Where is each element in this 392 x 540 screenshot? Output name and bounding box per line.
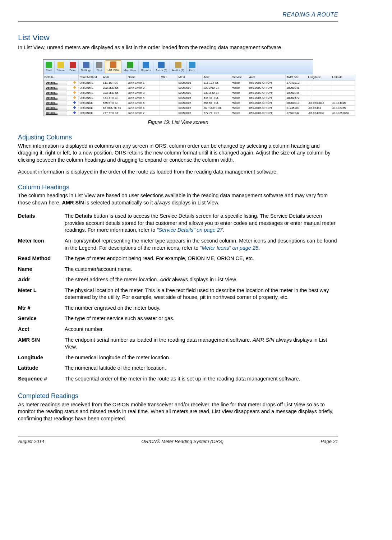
table-cell: 050-0001-ORION: [248, 80, 286, 85]
column-header[interactable]: Addr: [102, 74, 127, 80]
column-header[interactable]: Mtr #: [177, 74, 203, 80]
column-header[interactable]: Read Method: [79, 74, 102, 80]
divider: [18, 21, 338, 22]
term-name: Name: [18, 264, 65, 275]
help-button[interactable]: Help: [187, 61, 198, 73]
desc-details: The Details button is used to access the…: [65, 211, 338, 236]
term-addr: Addr: [18, 275, 65, 286]
details-button[interactable]: Details...: [45, 111, 67, 115]
map-view-button[interactable]: Map View: [121, 61, 139, 73]
meter-icons-link[interactable]: "Meter Icons" on page 25: [200, 245, 258, 251]
find-button-label: Find: [96, 69, 102, 73]
table-cell: 444 4TH St.: [203, 96, 231, 100]
table-cell: John Smith 1: [127, 80, 160, 85]
table-cell: [331, 91, 355, 95]
table-cell: [160, 96, 177, 100]
table-cell: 87667842: [286, 111, 307, 115]
table-cell: John Smith 5: [127, 101, 160, 105]
table-cell: [307, 91, 331, 95]
alerts-button[interactable]: Alerts (3): [153, 61, 170, 73]
column-header[interactable]: Service: [231, 74, 248, 80]
table-cell: [160, 111, 177, 115]
heading-list-view: List View: [18, 32, 338, 43]
table-cell: ORIONCE: [79, 101, 102, 105]
reports-button-icon: [143, 62, 149, 68]
column-header[interactable]: Acct: [248, 74, 286, 80]
table-cell: Water: [231, 101, 248, 105]
details-button[interactable]: Details...: [45, 101, 67, 105]
desc-longitude: The numerical longitude of the meter loc…: [65, 353, 338, 364]
table-cell: [71, 86, 79, 90]
term-sequence: Sequence #: [18, 374, 65, 385]
table-cell: [160, 101, 177, 105]
term-service: Service: [18, 314, 65, 324]
table-cell: 00050002: [177, 86, 203, 90]
details-button[interactable]: Details...: [45, 81, 67, 85]
meter-type-icon: [73, 86, 76, 89]
service-details-link[interactable]: "Service Details" on page 27: [157, 227, 223, 233]
table-cell: 30000472: [286, 96, 307, 100]
term-read-method: Read Method: [18, 254, 65, 264]
table-row: Details...ORIONCE555 5TH St.John Smith 5…: [43, 101, 355, 106]
table-cell: 00050006: [177, 106, 203, 110]
table-row: Details...ORIONME333 3RD St.John Smith 3…: [43, 91, 355, 96]
details-button[interactable]: Details...: [45, 106, 67, 110]
table-cell: [160, 91, 177, 95]
heading-completed-readings: Completed Readings: [18, 392, 338, 400]
column-header[interactable]: Mtr L: [160, 74, 177, 80]
start-button-icon: [46, 62, 52, 68]
section-header: READING A ROUTE: [18, 11, 338, 19]
table-row: Details...ORIONME444 4TH St.John Smith 4…: [43, 96, 355, 101]
table-cell: ORIONME: [79, 80, 102, 85]
footer-title: ORION® Meter Reading System (ORS): [142, 438, 223, 445]
pause-button[interactable]: Pause: [55, 61, 68, 73]
column-header[interactable]: Latitude: [331, 74, 355, 80]
find-button-icon: [96, 62, 102, 68]
map-view-button-label: Map View: [124, 69, 136, 73]
table-cell: [71, 101, 79, 105]
done-button-icon: [70, 62, 76, 68]
details-button[interactable]: Details...: [45, 91, 67, 95]
start-button[interactable]: Start: [43, 61, 55, 73]
table-row: Details...ORIONME222 2ND St.John Smith 2…: [43, 86, 355, 91]
meter-type-icon: [73, 91, 76, 94]
reports-button[interactable]: Reports: [139, 61, 153, 73]
table-cell: 050-0005-ORION: [248, 101, 286, 105]
table-cell: Details...: [43, 80, 71, 85]
settings-button[interactable]: Settings: [79, 61, 94, 73]
column-header[interactable]: AMR S/N: [286, 74, 307, 80]
table-cell: Water: [231, 86, 248, 90]
reports-button-label: Reports: [141, 69, 151, 73]
details-button[interactable]: Details...: [45, 96, 67, 100]
table-cell: 777 7TH ST: [102, 111, 127, 115]
pause-button-icon: [57, 62, 64, 68]
table-cell: 00050007: [177, 111, 203, 115]
map-view-button-icon: [127, 62, 133, 68]
column-header[interactable]: Name: [127, 74, 160, 80]
column-header[interactable]: Longitude: [307, 74, 331, 80]
definitions-table: Details The Details button is used to ac…: [18, 211, 338, 384]
column-header[interactable]: Addr: [203, 74, 231, 80]
table-cell: 555 5TH St.: [102, 101, 127, 105]
desc-read-method: The type of meter endpoint being read. F…: [65, 254, 338, 264]
list-view-button[interactable]: List View: [105, 60, 121, 73]
help-button-label: Help: [189, 69, 195, 73]
table-cell: 00050004: [177, 96, 203, 100]
audits-button[interactable]: Audits (2): [170, 61, 187, 73]
desc-mtr-num: The number engraved on the meter body.: [65, 303, 338, 314]
column-header[interactable]: [71, 74, 79, 80]
table-cell: 111 1ST St.: [203, 80, 231, 85]
desc-sequence: The sequential order of the meter in the…: [65, 374, 338, 385]
details-button[interactable]: Details...: [45, 86, 67, 90]
figure-caption: Figure 19: List View screen: [18, 119, 338, 126]
start-button-label: Start: [46, 69, 52, 73]
table-cell: John Smith 4: [127, 96, 160, 100]
table-cell: John Smith 6: [127, 106, 160, 110]
column-header[interactable]: Details...: [43, 74, 71, 80]
alerts-button-icon: [158, 62, 165, 68]
table-cell: 00050005: [177, 101, 203, 105]
find-button[interactable]: Find: [94, 61, 105, 73]
table-cell: Details...: [43, 111, 71, 115]
done-button[interactable]: Done: [67, 61, 79, 73]
table-cell: Water: [231, 80, 248, 85]
